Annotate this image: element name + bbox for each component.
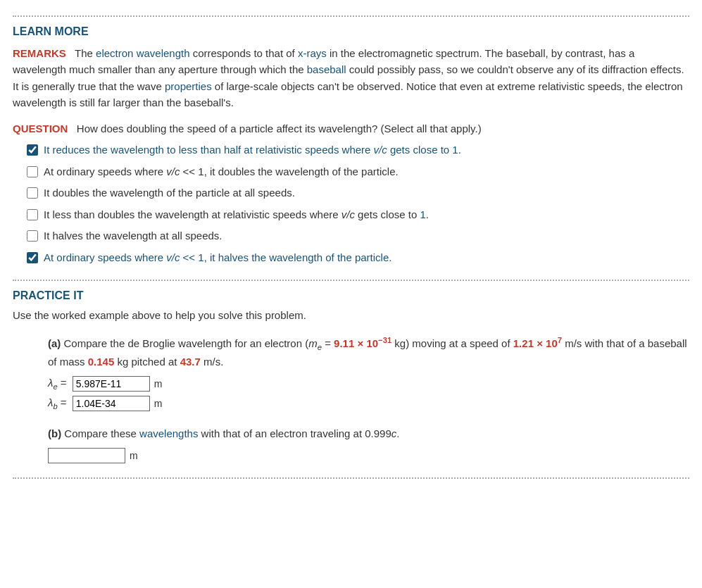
checkbox-list: It reduces the wavelength to less than h… xyxy=(27,142,689,265)
remarks-block: REMARKS The electron wavelength correspo… xyxy=(13,45,689,111)
part-b-input[interactable] xyxy=(48,448,125,463)
equals-sign-b: = xyxy=(58,396,70,408)
lambda-b-symbol: λb xyxy=(48,396,58,411)
part-b-label: (b) xyxy=(48,427,61,439)
answer-row-lambda-e: λe = m xyxy=(48,376,689,392)
answer-row-b: m xyxy=(48,448,689,463)
checkbox-item-1: It reduces the wavelength to less than h… xyxy=(27,142,689,158)
lambda-b-unit: m xyxy=(154,398,163,409)
checkbox-6[interactable] xyxy=(27,252,38,263)
learn-more-header: LEARN MORE xyxy=(13,25,689,38)
answer-row-lambda-b: λb = m xyxy=(48,396,689,411)
checkbox-2[interactable] xyxy=(27,166,38,177)
checkbox-label-2: At ordinary speeds where v/c << 1, it do… xyxy=(44,164,399,180)
part-b-unit: m xyxy=(130,450,138,461)
checkbox-3[interactable] xyxy=(27,187,38,199)
equals-sign-e: = xyxy=(58,377,70,389)
part-b-text: (b) Compare these wavelengths with that … xyxy=(48,425,689,442)
checkbox-4[interactable] xyxy=(27,209,38,220)
lambda-e-input[interactable] xyxy=(73,376,150,392)
checkbox-item-2: At ordinary speeds where v/c << 1, it do… xyxy=(27,164,689,180)
lambda-e-symbol: λe xyxy=(48,377,58,391)
problem-part-a: (a) Compare the de Broglie wavelength fo… xyxy=(48,334,689,411)
lambda-e-unit: m xyxy=(154,378,163,389)
checkbox-item-6: At ordinary speeds where v/c << 1, it ha… xyxy=(27,250,689,266)
remarks-text: The electron wavelength corresponds to t… xyxy=(13,47,684,108)
lambda-e-label-wrap: λe = xyxy=(48,377,70,391)
checkbox-label-3: It doubles the wavelength of the particl… xyxy=(44,185,295,201)
checkbox-item-5: It halves the wavelength at all speeds. xyxy=(27,228,689,244)
practice-it-header: PRACTICE IT xyxy=(13,289,689,302)
page-container: LEARN MORE REMARKS The electron waveleng… xyxy=(0,0,702,494)
checkbox-item-3: It doubles the wavelength of the particl… xyxy=(27,185,689,201)
middle-divider xyxy=(13,280,689,281)
learn-more-section: LEARN MORE REMARKS The electron waveleng… xyxy=(13,25,689,265)
bottom-divider xyxy=(13,477,689,479)
question-block: QUESTION How does doubling the speed of … xyxy=(13,120,689,137)
top-divider xyxy=(13,15,689,17)
lambda-b-input[interactable] xyxy=(73,396,150,411)
part-a-label: (a) xyxy=(48,337,61,349)
question-text: How does doubling the speed of a particl… xyxy=(77,123,482,135)
problem-part-b: (b) Compare these wavelengths with that … xyxy=(48,425,689,463)
practice-section: PRACTICE IT Use the worked example above… xyxy=(13,289,689,463)
part-a-text: (a) Compare the de Broglie wavelength fo… xyxy=(48,334,689,370)
practice-intro: Use the worked example above to help you… xyxy=(13,309,689,321)
checkbox-label-4: It less than doubles the wavelength at r… xyxy=(44,207,429,223)
lambda-b-label-wrap: λb = xyxy=(48,396,70,411)
checkbox-label-5: It halves the wavelength at all speeds. xyxy=(44,228,222,244)
checkbox-item-4: It less than doubles the wavelength at r… xyxy=(27,207,689,223)
checkbox-label-6: At ordinary speeds where v/c << 1, it ha… xyxy=(44,250,391,266)
question-label: QUESTION xyxy=(13,123,68,135)
checkbox-label-1: It reduces the wavelength to less than h… xyxy=(44,142,461,158)
checkbox-1[interactable] xyxy=(27,144,38,156)
remarks-label: REMARKS xyxy=(13,47,66,59)
checkbox-5[interactable] xyxy=(27,230,38,242)
